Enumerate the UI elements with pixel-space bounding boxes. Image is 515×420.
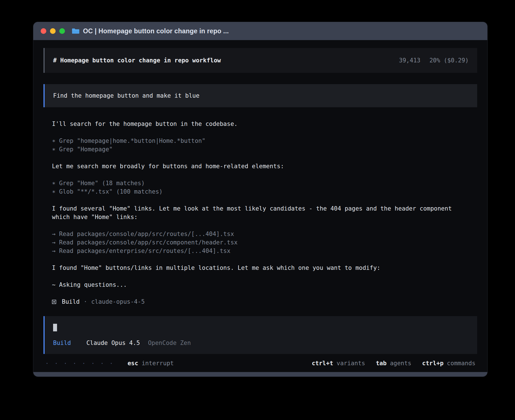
window-title: OC | Homepage button color change in rep… [83,27,229,35]
folder-icon [72,28,80,34]
agent-icon [52,300,56,304]
tool-call-grep: ∗ Grep "homepage|home.*button|Home.*butt… [52,137,477,145]
agent-status-line: Build · claude-opus-4-5 [52,298,477,306]
tool-call-read: → Read packages/console/app/src/routes/[… [52,230,477,238]
agent-mode-label: Build [53,340,71,346]
user-message: Find the homepage button and make it blu… [43,84,477,107]
assistant-text: I'll search for the homepage button in t… [52,120,456,128]
provider-label: OpenCode Zen [148,340,191,346]
text-cursor [53,324,57,331]
tool-call-read: → Read packages/console/app/src/componen… [52,238,477,247]
assistant-text: I found several "Home" links. Let me loo… [52,204,456,221]
statusbar-left: · · · · · · · · esc interrupt [45,360,174,367]
interrupt-label: interrupt [142,360,174,367]
minimize-button[interactable] [50,28,56,34]
titlebar[interactable]: OC | Homepage button color change in rep… [33,22,487,40]
status-text: ~ Asking questions... [52,281,477,289]
session-header: # Homepage button color change in repo w… [43,48,477,73]
tool-call-group: → Read packages/console/app/src/routes/[… [52,230,477,255]
statusbar: · · · · · · · · esc interrupt ctrl+t var… [33,355,487,372]
shortcut-label: commands [447,360,475,367]
shortcut-variants: ctrl+t variants [312,360,365,367]
transcript: I'll search for the homepage button in t… [43,120,477,306]
shortcut-agents: tab agents [376,360,411,367]
terminal-window: OC | Homepage button color change in rep… [33,22,487,377]
agent-model: claude-opus-4-5 [91,298,145,306]
context-usage: 20% ($0.29) [429,56,469,65]
separator-dot: · [84,298,87,306]
user-message-text: Find the homepage button and make it blu… [53,91,199,100]
close-button[interactable] [41,28,46,34]
input-meta: Build Claude Opus 4.5 OpenCode Zen [53,339,469,347]
esc-key-hint: esc [128,360,138,367]
tool-call-grep: ∗ Grep "Home" (18 matches) [52,179,477,187]
zoom-button[interactable] [59,28,65,34]
shortcut-commands: ctrl+p commands [422,360,475,367]
shortcut-key: ctrl+p [422,360,444,367]
tool-call-read: → Read packages/enterprise/src/routes/[.… [52,247,477,255]
traffic-lights [41,28,65,34]
shortcut-label: variants [337,360,365,367]
prompt-input[interactable]: Build Claude Opus 4.5 OpenCode Zen [43,316,477,354]
session-title: # Homepage button color change in repo w… [53,56,221,65]
token-count: 39,413 [399,56,420,65]
tool-call-group: ∗ Grep "Home" (18 matches) ∗ Glob "**/*.… [52,179,477,196]
assistant-text: Let me search more broadly for buttons a… [52,162,456,170]
session-stats: 39,413 20% ($0.29) [399,56,469,65]
tool-call-group: ∗ Grep "homepage|home.*button|Home.*butt… [52,137,477,154]
shortcut-key: ctrl+t [312,360,333,367]
spinner: · · · · · · · · [45,360,114,367]
tool-call-grep: ∗ Grep "Homepage" [52,145,477,154]
window-footer [33,372,487,377]
agent-name: Build [62,298,80,306]
statusbar-right: ctrl+t variants tab agents ctrl+p comman… [312,360,475,367]
input-line[interactable] [53,323,469,331]
tool-call-glob: ∗ Glob "**/*.tsx" (100 matches) [52,187,477,196]
terminal-content: # Homepage button color change in repo w… [33,40,487,355]
shortcut-label: agents [390,360,411,367]
shortcut-key: tab [376,360,387,367]
assistant-text: I found "Home" buttons/links in multiple… [52,264,456,272]
model-label: Claude Opus 4.5 [86,340,140,346]
